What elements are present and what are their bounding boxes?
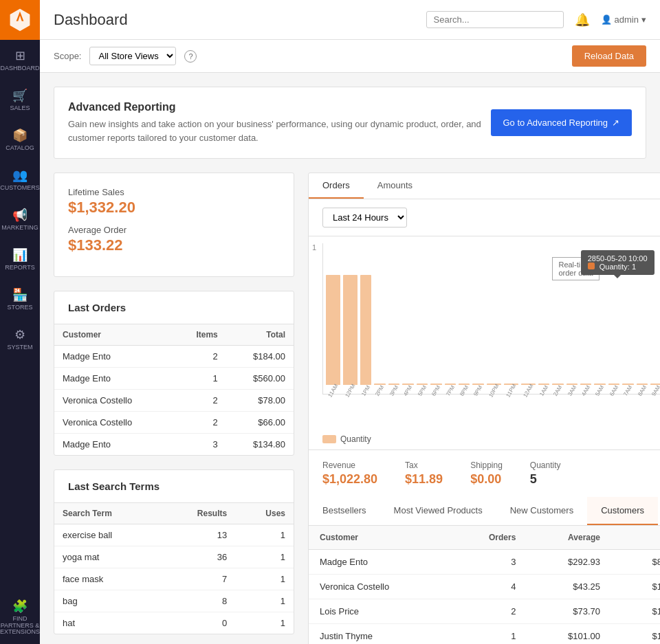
sidebar-item-catalog[interactable]: 📦 CATALOG — [0, 120, 40, 159]
tab-orders[interactable]: Orders — [309, 173, 364, 199]
bar-label: 4PM — [402, 384, 413, 397]
sidebar-item-catalog-label: CATALOG — [6, 145, 34, 152]
sidebar-item-customers[interactable]: 👥 CUSTOMERS — [0, 159, 40, 199]
bar-wrapper: 9PM — [472, 384, 483, 394]
bar-label: 12PM — [344, 383, 356, 399]
order-total-4: $134.80 — [226, 434, 294, 456]
cust-name-0: Madge Ento — [309, 550, 451, 575]
admin-menu-button[interactable]: 👤 admin ▾ — [601, 14, 646, 25]
bar-label: 2AM — [552, 384, 563, 397]
search-term-3: bag — [54, 590, 161, 612]
cust-orders-1: 4 — [451, 575, 527, 599]
table-row: Veronica Costello 4 $43.25 $173.00 — [309, 575, 660, 599]
sidebar-item-system[interactable]: ⚙ SYSTEM — [0, 319, 40, 359]
tax-value: $11.89 — [405, 472, 443, 487]
avg-order-value: $133.22 — [68, 236, 280, 254]
sidebar-item-sales[interactable]: 🛒 SALES — [0, 80, 40, 120]
sidebar-item-reports[interactable]: 📊 REPORTS — [0, 239, 40, 279]
col-cust-avg: Average — [527, 526, 611, 550]
customers-icon: 👥 — [12, 168, 28, 183]
col-items: Items — [173, 324, 226, 346]
left-column: Lifetime Sales $1,332.20 Average Order $… — [54, 173, 294, 644]
sidebar-item-dashboard[interactable]: ⊞ DASHBOARD — [0, 40, 40, 80]
tooltip-qty-label: Quantity: — [600, 263, 630, 271]
sidebar-item-extensions-label: FIND PARTNERS & EXTENSIONS — [0, 616, 40, 636]
bar-wrapper: 2AM — [552, 384, 563, 394]
tab-new-customers[interactable]: New Customers — [496, 497, 587, 525]
order-customer-0: Madge Ento — [54, 346, 173, 368]
tab-customers[interactable]: Customers — [587, 497, 658, 525]
order-total-0: $184.00 — [226, 346, 294, 368]
search-results-4: 0 — [161, 612, 235, 634]
sidebar: ⊞ DASHBOARD 🛒 SALES 📦 CATALOG 👥 CUSTOMER… — [0, 0, 40, 644]
bar — [326, 275, 340, 385]
two-column-layout: Lifetime Sales $1,332.20 Average Order $… — [54, 173, 646, 644]
search-uses-3: 1 — [235, 590, 294, 612]
order-items-3: 2 — [173, 412, 226, 434]
lifetime-sales-value: $1,332.20 — [68, 199, 280, 216]
sidebar-item-stores-label: STORES — [8, 304, 33, 311]
order-total-2: $78.00 — [226, 390, 294, 412]
bottom-tabs: Bestsellers Most Viewed Products New Cus… — [309, 497, 660, 526]
sidebar-item-marketing[interactable]: 📢 MARKETING — [0, 199, 40, 239]
bar-label: 1AM — [538, 384, 549, 397]
sidebar-item-stores[interactable]: 🏪 STORES — [0, 279, 40, 319]
avg-order-label: Average Order — [68, 225, 280, 235]
system-icon: ⚙ — [14, 327, 25, 342]
tab-most-viewed[interactable]: Most Viewed Products — [380, 497, 496, 525]
order-items-4: 3 — [173, 434, 226, 456]
order-customer-4: Madge Ento — [54, 434, 173, 456]
bar-label: 9AM — [650, 384, 660, 397]
bar-wrapper: 12PM — [343, 275, 358, 394]
logo[interactable] — [0, 0, 40, 40]
col-cust-total: Total — [611, 526, 660, 550]
order-items-0: 2 — [173, 346, 226, 368]
bar-label: 11PM — [505, 383, 517, 399]
lifetime-sales-body: Lifetime Sales $1,332.20 Average Order $… — [54, 173, 294, 276]
bar-wrapper: 12AM — [521, 384, 536, 394]
notifications-icon[interactable]: 🔔 — [575, 12, 590, 27]
bar-label: 7AM — [623, 384, 634, 397]
scope-select[interactable]: All Store Views — [89, 47, 176, 65]
order-total-1: $560.00 — [226, 368, 294, 390]
bar-wrapper: 1AM — [538, 384, 549, 394]
bar-label: 9PM — [473, 384, 484, 397]
bar-label: 12AM — [522, 383, 534, 399]
advanced-reporting-button[interactable]: Go to Advanced Reporting ↗ — [491, 109, 632, 136]
tab-bestsellers[interactable]: Bestsellers — [309, 497, 380, 525]
search-uses-1: 1 — [235, 546, 294, 568]
cust-total-2: $147.40 — [611, 599, 660, 624]
shipping-label: Shipping — [470, 460, 503, 470]
chart-stats: Revenue $1,022.80 Tax $11.89 Shipping $0… — [309, 449, 660, 497]
right-column: Orders Amounts Last 24 Hours Last 7 Days… — [308, 173, 660, 644]
tooltip-qty-value: 1 — [632, 263, 636, 271]
last-orders-header: Last Orders — [54, 291, 294, 324]
tooltip-date: 2850-05-20 10:00 — [588, 254, 648, 263]
chart-container: 1 11AM12PM1PM2PM3PM4PM5PM6PM7PM8PM9PM10P… — [309, 236, 660, 429]
advanced-reporting-title: Advanced Reporting — [68, 101, 491, 113]
bar-label: 3PM — [388, 384, 399, 397]
sidebar-item-marketing-label: MARKETING — [1, 225, 38, 232]
search-input[interactable] — [426, 11, 564, 28]
col-uses: Uses — [235, 503, 294, 524]
avg-order-stat: Average Order $133.22 — [68, 225, 280, 254]
tab-amounts[interactable]: Amounts — [364, 173, 426, 199]
search-results-0: 13 — [161, 524, 235, 546]
table-row: Madge Ento 3 $134.80 — [54, 434, 294, 456]
last-orders-table: Customer Items Total Madge Ento 2 $184.0… — [54, 324, 294, 455]
extensions-icon: 🧩 — [12, 599, 28, 614]
reload-button[interactable]: Reload Data — [572, 45, 646, 67]
bar-label: 1PM — [360, 384, 371, 397]
sidebar-item-extensions[interactable]: 🧩 FIND PARTNERS & EXTENSIONS — [0, 597, 40, 637]
bar-wrapper: 4PM — [402, 384, 413, 394]
time-range-select[interactable]: Last 24 Hours Last 7 Days Last 30 Days L… — [322, 208, 407, 227]
admin-chevron-icon: ▾ — [641, 14, 646, 25]
tooltip-quantity: Quantity: 1 — [588, 263, 648, 271]
order-total-3: $66.00 — [226, 412, 294, 434]
help-icon[interactable]: ? — [184, 50, 197, 63]
scope-label: Scope: — [54, 51, 81, 61]
header-right: 🔔 👤 admin ▾ — [426, 11, 646, 28]
bar-label: 5AM — [595, 384, 606, 397]
bar-wrapper: 6AM — [608, 384, 619, 394]
last-search-terms-title: Last Search Terms — [68, 480, 280, 492]
